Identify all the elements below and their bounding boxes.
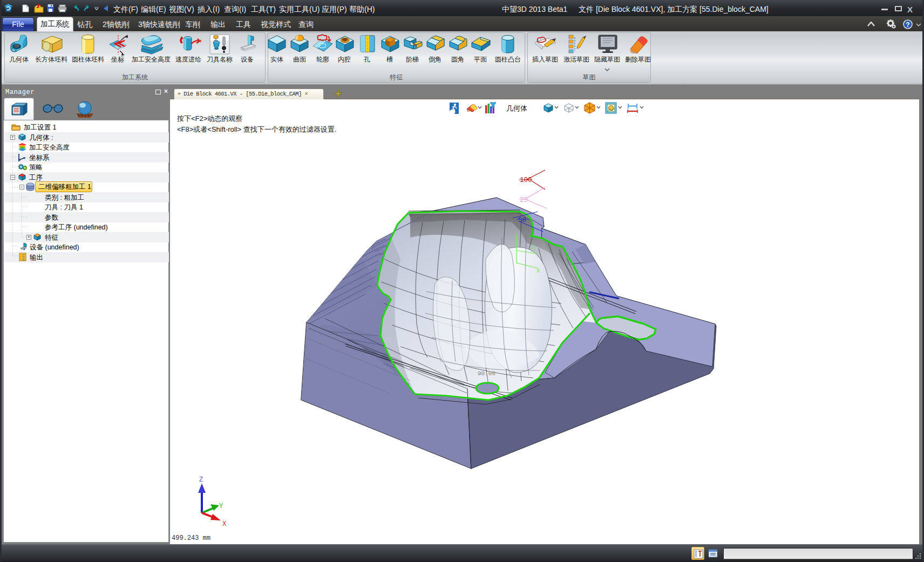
svg-text:X: X: [222, 520, 226, 528]
svg-text:X: X: [536, 268, 540, 274]
svg-text:Z: Z: [199, 476, 203, 484]
svg-text:Y: Y: [219, 503, 223, 510]
svg-text:?: ?: [906, 21, 909, 29]
svg-text:Y: Y: [531, 245, 535, 251]
svg-text:90.00: 90.00: [478, 370, 495, 377]
svg-text:25: 25: [520, 197, 528, 204]
